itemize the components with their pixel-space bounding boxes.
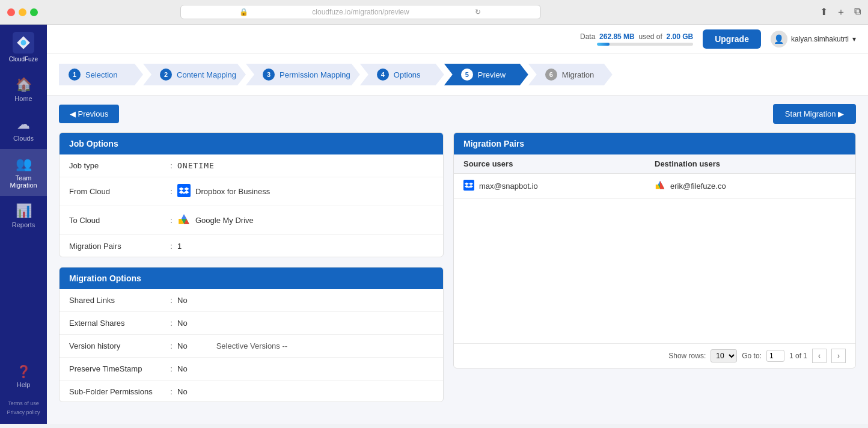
terms-link[interactable]: Terms of use	[7, 399, 40, 408]
job-type-value: ONETIME	[177, 161, 433, 170]
migration-options-header: Migration Options	[60, 268, 443, 289]
from-cloud-value: Dropbox for Business	[177, 184, 433, 199]
job-options-header: Job Options	[60, 133, 443, 154]
refresh-icon[interactable]: ↻	[421, 8, 534, 16]
pagination-next-button[interactable]: ›	[831, 349, 846, 363]
shared-links-row: Shared Links : No	[60, 289, 443, 312]
chevron-down-icon: ▾	[852, 35, 856, 43]
to-cloud-value: Google My Drive	[177, 213, 433, 228]
top-header: Data 262.85 MB used of 2.00 GB Upgrade 👤…	[47, 25, 868, 54]
sidebar-help-button[interactable]: ❓ Help	[0, 358, 47, 394]
new-tab-icon[interactable]: ＋	[836, 6, 846, 19]
migration-options-card: Migration Options Shared Links : No Exte…	[59, 267, 444, 402]
step-4-options[interactable]: 4 Options	[360, 64, 444, 85]
step-6-label: Migration	[562, 70, 594, 79]
to-cloud-colon: :	[165, 216, 177, 225]
migration-pairs-card: Migration Pairs Source users Destination…	[453, 132, 856, 368]
user-profile[interactable]: 👤 kalyan.simhakutrti ▾	[771, 31, 856, 47]
step-1-selection[interactable]: 1 Selection	[59, 64, 143, 85]
svg-marker-13	[660, 181, 664, 189]
windows-icon[interactable]: ⧉	[854, 6, 861, 19]
source-dropbox-icon	[463, 180, 474, 192]
external-shares-label: External Shares	[69, 319, 165, 328]
source-email: max@snapbot.io	[479, 182, 538, 191]
step-6-migration[interactable]: 6 Migration	[528, 64, 613, 85]
step-1-label: Selection	[85, 70, 117, 79]
rows-per-page-select[interactable]: 10 25 50	[711, 349, 737, 362]
shared-links-label: Shared Links	[69, 296, 165, 305]
previous-button[interactable]: ◀ Previous	[59, 105, 119, 123]
preserve-timestamp-label: Preserve TimeStamp	[69, 364, 165, 373]
migration-pairs-footer: Show rows: 10 25 50 Go to: 1 of 1 ‹ ›	[454, 343, 855, 368]
step-5-num: 5	[461, 69, 473, 81]
source-cell: max@snapbot.io	[463, 180, 655, 192]
right-panel: Migration Pairs Source users Destination…	[453, 132, 856, 412]
from-cloud-text: Dropbox for Business	[195, 187, 270, 196]
migration-pairs-header: Migration Pairs	[454, 133, 855, 154]
home-icon: 🏠	[16, 77, 32, 93]
lock-icon: 🔒	[187, 8, 301, 16]
sidebar-label-reports: Reports	[12, 221, 35, 228]
browser-actions: ⬆ ＋ ⧉	[820, 6, 861, 19]
privacy-link[interactable]: Privacy policy	[7, 408, 40, 417]
step-5-preview[interactable]: 5 Preview	[444, 64, 528, 85]
migration-pairs-count-colon: :	[165, 242, 177, 251]
app-layout: CloudFuze 🏠 Home ☁ Clouds 👥 Team Migrati…	[0, 25, 868, 424]
team-migration-icon: 👥	[16, 156, 32, 172]
address-text: cloudfuze.io/migration/preview	[304, 8, 418, 16]
data-usage-bar	[597, 43, 693, 46]
subfolder-permissions-label: Sub-Folder Permissions	[69, 387, 165, 396]
data-usage: Data 262.85 MB used of 2.00 GB	[580, 32, 693, 46]
sidebar: CloudFuze 🏠 Home ☁ Clouds 👥 Team Migrati…	[0, 25, 47, 424]
job-type-row: Job type : ONETIME	[60, 154, 443, 177]
sidebar-label-team-migration: Team Migration	[10, 174, 37, 189]
step-5-label: Preview	[478, 70, 506, 79]
sidebar-item-team-migration[interactable]: 👥 Team Migration	[0, 149, 47, 196]
close-button[interactable]	[7, 8, 15, 16]
main-content: Data 262.85 MB used of 2.00 GB Upgrade 👤…	[47, 25, 868, 424]
job-options-body: Job type : ONETIME From Cloud :	[60, 154, 443, 257]
sidebar-item-reports[interactable]: 📊 Reports	[0, 196, 47, 236]
step-3-num: 3	[263, 69, 275, 81]
step-2-label: Content Mapping	[177, 70, 236, 79]
to-cloud-text: Google My Drive	[195, 216, 254, 225]
sidebar-label-home: Home	[14, 95, 32, 102]
migration-pairs-col-headers: Source users Destination users	[454, 154, 855, 174]
pagination-prev-button[interactable]: ‹	[812, 349, 827, 363]
help-label: Help	[17, 381, 31, 388]
left-panel: Job Options Job type : ONETIME From Clou…	[59, 132, 444, 412]
sidebar-logo-label: CloudFuze	[9, 56, 38, 63]
maximize-button[interactable]	[30, 8, 38, 16]
preserve-timestamp-value: No	[177, 364, 433, 373]
minimize-button[interactable]	[19, 8, 26, 16]
step-3-permission-mapping[interactable]: 3 Permission Mapping	[246, 64, 360, 85]
svg-rect-2	[177, 184, 191, 197]
step-4-label: Options	[394, 70, 421, 79]
dest-gdrive-icon	[655, 180, 665, 192]
from-cloud-row: From Cloud : Dropbox for Business	[60, 177, 443, 206]
external-shares-row: External Shares : No	[60, 312, 443, 335]
upgrade-button[interactable]: Upgrade	[703, 29, 761, 49]
sidebar-item-home[interactable]: 🏠 Home	[0, 70, 47, 109]
share-icon[interactable]: ⬆	[820, 6, 828, 19]
migration-options-body: Shared Links : No External Shares : No V…	[60, 289, 443, 402]
job-type-label: Job type	[69, 161, 165, 170]
migration-pair-row-1: max@snapbot.io erik@	[454, 174, 855, 199]
sidebar-footer: Terms of use Privacy policy	[3, 394, 43, 424]
step-2-num: 2	[160, 69, 172, 81]
content-area: Job Options Job type : ONETIME From Clou…	[47, 132, 868, 424]
start-migration-button[interactable]: Start Migration ▶	[773, 104, 856, 124]
stepper-container: 1 Selection 2 Content Mapping 3 Permissi…	[47, 54, 868, 96]
migration-pairs-count-value: 1	[177, 242, 433, 251]
col-source-users: Source users	[463, 159, 655, 168]
step-2-content-mapping[interactable]: 2 Content Mapping	[143, 64, 246, 85]
shared-links-value: No	[177, 296, 433, 305]
show-rows-label: Show rows:	[668, 352, 706, 360]
sidebar-item-clouds[interactable]: ☁ Clouds	[0, 109, 47, 149]
dest-cell: erik@filefuze.co	[655, 180, 846, 192]
goto-input[interactable]	[766, 350, 784, 362]
from-cloud-colon: :	[165, 187, 177, 196]
address-bar[interactable]: 🔒 cloudfuze.io/migration/preview ↻	[180, 5, 541, 19]
page-actions: ◀ Previous Start Migration ▶	[47, 96, 868, 132]
empty-pairs-space	[454, 199, 855, 343]
